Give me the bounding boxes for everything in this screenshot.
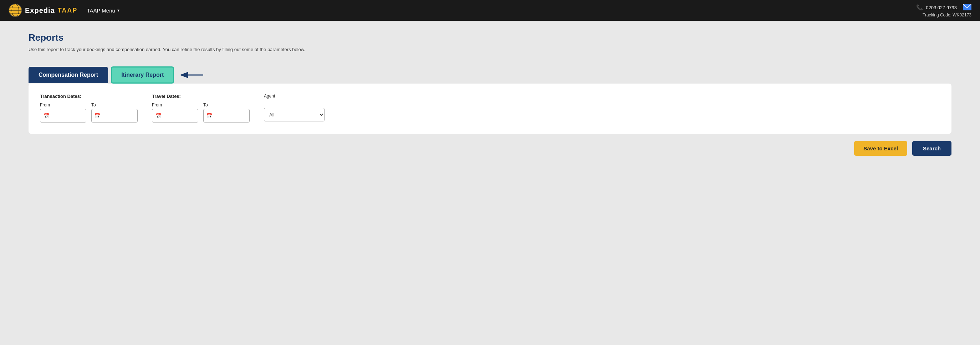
filter-row: Transaction Dates: From 📅 To xyxy=(40,94,940,123)
transaction-to-input-wrap[interactable]: 📅 xyxy=(91,109,138,123)
save-to-excel-button[interactable]: Save to Excel xyxy=(854,141,907,156)
travel-to-input-wrap[interactable]: 📅 xyxy=(203,109,250,123)
main-content: Reports Use this report to track your bo… xyxy=(0,21,980,171)
header-right: 📞 0203 027 9793 Tracking Code: WK02173 xyxy=(916,3,972,18)
tabs-and-card: Compensation Report Itinerary Report xyxy=(29,66,951,134)
header-left: Expedia TAAP TAAP Menu ▾ xyxy=(8,3,123,17)
calendar-icon-tx-to: 📅 xyxy=(94,113,100,118)
travel-dates-label: Travel Dates: xyxy=(152,94,250,99)
travel-from-input-wrap[interactable]: 📅 xyxy=(152,109,198,123)
header: Expedia TAAP TAAP Menu ▾ 📞 0203 027 9793 xyxy=(0,0,980,21)
logo-area: Expedia TAAP xyxy=(8,3,77,17)
transaction-dates-label: Transaction Dates: xyxy=(40,94,138,99)
transaction-from-label: From xyxy=(40,102,86,107)
page-title: Reports xyxy=(29,32,951,43)
arrow-indicator xyxy=(179,70,204,80)
mail-icon[interactable] xyxy=(963,4,972,11)
tracking-code: Tracking Code: WK02173 xyxy=(916,13,972,18)
tab-itinerary[interactable]: Itinerary Report xyxy=(111,66,174,83)
taap-wordmark: TAAP xyxy=(58,7,78,14)
phone-row: 📞 0203 027 9793 xyxy=(916,3,972,12)
travel-date-fields: From 📅 To 📅 xyxy=(152,102,250,123)
page-description: Use this report to track your bookings a… xyxy=(29,47,951,52)
travel-to-group: To 📅 xyxy=(203,102,250,123)
phone-number: 0203 027 9793 xyxy=(926,5,957,10)
tabs-area: Compensation Report Itinerary Report xyxy=(29,66,951,83)
agent-group: Agent All Agent 1 Agent 2 Agent 3 xyxy=(264,94,325,121)
transaction-dates-group: Transaction Dates: From 📅 To xyxy=(40,94,138,123)
phone-icon: 📞 xyxy=(916,4,923,11)
transaction-from-input-wrap[interactable]: 📅 xyxy=(40,109,86,123)
transaction-to-input[interactable] xyxy=(103,113,134,118)
actions-row: Save to Excel Search xyxy=(29,134,951,159)
travel-from-group: From 📅 xyxy=(152,102,198,123)
calendar-icon-tv-to: 📅 xyxy=(207,113,213,118)
travel-to-input[interactable] xyxy=(215,113,247,118)
expedia-globe-icon xyxy=(8,3,22,17)
chevron-down-icon: ▾ xyxy=(117,8,119,13)
travel-to-label: To xyxy=(203,102,250,107)
agent-label: Agent xyxy=(264,94,325,99)
taap-menu-label: TAAP Menu xyxy=(87,8,115,14)
transaction-date-fields: From 📅 To 📅 xyxy=(40,102,138,123)
tab-compensation[interactable]: Compensation Report xyxy=(29,67,108,83)
expedia-wordmark: Expedia xyxy=(25,6,55,14)
transaction-to-label: To xyxy=(91,102,138,107)
agent-select-wrap: All Agent 1 Agent 2 Agent 3 xyxy=(264,108,325,121)
vertical-divider xyxy=(960,3,960,12)
transaction-to-group: To 📅 xyxy=(91,102,138,123)
agent-select[interactable]: All Agent 1 Agent 2 Agent 3 xyxy=(264,108,325,121)
filter-card: Transaction Dates: From 📅 To xyxy=(29,83,951,134)
taap-menu-button[interactable]: TAAP Menu ▾ xyxy=(83,5,123,16)
calendar-icon-tv-from: 📅 xyxy=(155,113,161,118)
search-button[interactable]: Search xyxy=(912,141,951,156)
calendar-icon-tx-from: 📅 xyxy=(43,113,49,118)
transaction-from-group: From 📅 xyxy=(40,102,86,123)
tracking-info: 📞 0203 027 9793 Tracking Code: WK02173 xyxy=(916,3,972,18)
transaction-from-input[interactable] xyxy=(51,113,83,118)
travel-from-label: From xyxy=(152,102,198,107)
travel-dates-group: Travel Dates: From 📅 To 📅 xyxy=(152,94,250,123)
travel-from-input[interactable] xyxy=(163,113,195,118)
arrow-left-icon xyxy=(179,70,204,80)
